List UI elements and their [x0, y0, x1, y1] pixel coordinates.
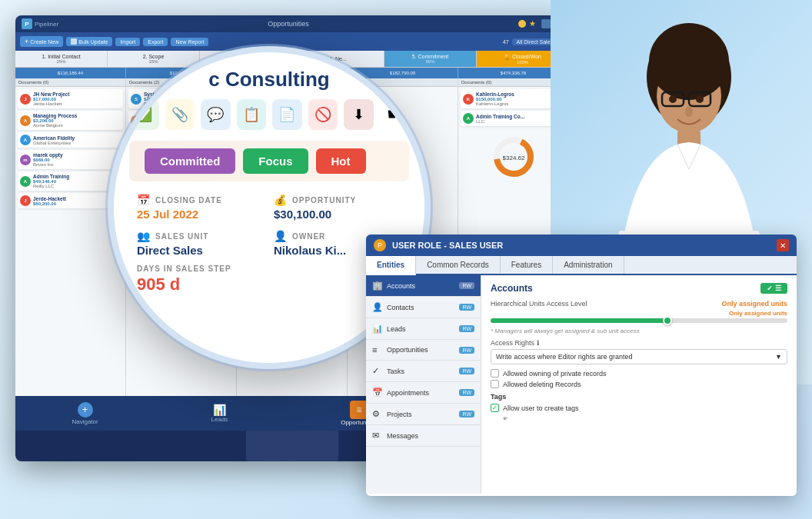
checkbox-group: Allowed owning of private records Allowe…	[491, 369, 787, 388]
spotlight-action-icons: ✅ 📎 💬 📋 📄 🚫 ⬇ ☛	[129, 99, 409, 130]
dialog-sidebar: 🏢 Accounts RW 👤 Contacts RW 📊 Leads RW ≡…	[366, 275, 481, 494]
sales-unit-item: 👥 SALES UNIT Direct Sales	[137, 230, 265, 257]
messages-sidebar-icon: ✉	[372, 431, 383, 441]
monitor-stand	[246, 431, 338, 461]
stage-scope[interactable]: 2. Scope 15%	[108, 51, 200, 67]
projects-badge: RW	[459, 411, 474, 418]
person-info-icon: 👤	[274, 230, 288, 242]
committed-tag[interactable]: Committed	[145, 148, 235, 174]
avatar: A	[20, 115, 31, 126]
doc-action-icon[interactable]: 📄	[272, 99, 302, 130]
tasks-badge: RW	[459, 368, 474, 374]
leads-icon: 📊	[211, 404, 228, 416]
search-icon[interactable]	[518, 20, 526, 28]
access-rights-dropdown[interactable]: Write access where Editor rights are gra…	[491, 349, 787, 364]
slider-track	[491, 318, 787, 323]
tab-features[interactable]: Features	[501, 256, 553, 274]
new-report-button[interactable]: New Report	[171, 38, 208, 46]
sidebar-item-accounts[interactable]: 🏢 Accounts RW	[366, 275, 481, 297]
managers-note: * Managers will always get assigned & su…	[491, 328, 787, 334]
donut-chart: $324.62	[491, 134, 537, 180]
deal-managing-process[interactable]: A Managing Process $3,206.00 Acme Belgiu…	[18, 111, 123, 130]
export-button[interactable]: Export	[143, 38, 168, 46]
tab-common-records[interactable]: Common Records	[416, 256, 501, 274]
calendar-info-icon: 📅	[137, 194, 151, 206]
access-level-value: Only assigned units	[721, 300, 787, 308]
projects-sidebar-icon: ⚙	[372, 409, 383, 419]
send-action-icon[interactable]: ⬇	[344, 99, 374, 130]
bulk-update-icon	[71, 38, 77, 45]
col-1-header: Documents (0)	[15, 78, 125, 87]
ban-action-icon[interactable]: 🚫	[308, 99, 338, 130]
tasks-sidebar-icon: ✓	[372, 366, 383, 376]
create-new-button[interactable]: + Create New	[20, 36, 63, 47]
import-button[interactable]: Import	[115, 38, 140, 46]
accounts-sidebar-icon: 🏢	[372, 281, 383, 291]
checkbox-private-box	[491, 369, 499, 378]
stage-initial-contact[interactable]: 1. Initial Contact 25%	[15, 51, 108, 67]
sidebar-item-appointments[interactable]: 📅 Appointments RW	[366, 382, 481, 404]
slider-thumb[interactable]	[663, 316, 672, 325]
stage-commitment[interactable]: 5. Commitment 90%	[384, 51, 477, 67]
app-logo: P Pipeliner	[22, 18, 58, 29]
deal-american-fidelity[interactable]: A American Fidelity Global Enterprises	[18, 132, 123, 148]
dialog-main-content: Accounts ✓ ☰ Hierarchical Units Access L…	[481, 275, 797, 494]
dialog-close-button[interactable]: ✕	[777, 239, 789, 251]
closing-date-value: 25 Jul 2022	[137, 208, 265, 221]
access-slider[interactable]	[491, 318, 787, 323]
dialog-tabs: Entities Common Records Features Adminis…	[366, 256, 797, 275]
tags-section: Tags ✓ Allow user to create tags ☛	[491, 393, 787, 422]
dialog-body: 🏢 Accounts RW 👤 Contacts RW 📊 Leads RW ≡…	[366, 275, 797, 494]
nav-navigator[interactable]: + Navigator	[72, 402, 98, 425]
sidebar-item-leads[interactable]: 📊 Leads RW	[366, 318, 481, 340]
logo-icon: P	[22, 18, 32, 29]
paperclip-action-icon[interactable]: 📎	[165, 99, 195, 130]
nav-leads[interactable]: 📊 Leads	[211, 404, 228, 423]
user-role-dialog: P USER ROLE - SALES USER ✕ Entities Comm…	[366, 235, 797, 496]
cursor-hint: ☛	[503, 415, 787, 422]
dialog-title: USER ROLE - SALES USER	[392, 241, 777, 250]
avatar: A	[463, 113, 474, 124]
amount-1: $116,186.44	[15, 68, 126, 78]
plus-icon: +	[78, 402, 93, 418]
chat-action-icon[interactable]: 💬	[201, 99, 231, 130]
days-value: 905 d	[137, 274, 401, 294]
section-toggle[interactable]: ✓ ☰	[760, 283, 787, 294]
access-level-label: Hierarchical Units Access Level Only ass…	[491, 300, 787, 308]
sidebar-item-projects[interactable]: ⚙ Projects RW	[366, 404, 481, 425]
deal-admin-training[interactable]: A Admin Training $49,146.40 Reilly LLC	[18, 171, 123, 191]
logo-text: Pipeliner	[35, 21, 58, 28]
access-level-assigned: Only assigned units	[729, 310, 787, 317]
opportunities-badge: RW	[459, 347, 474, 354]
allow-tags-checkbox[interactable]: ✓ Allow user to create tags	[491, 404, 787, 412]
money-info-icon: 💰	[274, 194, 288, 206]
sidebar-item-tasks[interactable]: ✓ Tasks RW	[366, 361, 481, 382]
avatar: J	[20, 195, 31, 206]
bell-icon[interactable]	[541, 19, 551, 28]
hot-tag[interactable]: Hot	[316, 148, 366, 174]
days-label: DAYS IN SALES STEP	[137, 264, 401, 273]
sales-unit-value: Direct Sales	[137, 244, 265, 257]
checkbox-private-records[interactable]: Allowed owning of private records	[491, 369, 787, 378]
deal-jh-new-project[interactable]: J JH New Project $17,000.00 Jerde-Hacket…	[18, 89, 123, 108]
dialog-titlebar: P USER ROLE - SALES USER ✕	[366, 235, 797, 256]
count-badge: 47	[503, 39, 509, 45]
tab-entities[interactable]: Entities	[366, 256, 416, 275]
calendar-action-icon[interactable]: 📋	[237, 99, 267, 130]
accounts-badge: RW	[459, 282, 474, 289]
tag-check-icon: ✓	[491, 404, 499, 412]
checkbox-delete-box	[491, 380, 499, 388]
checkbox-deleting[interactable]: Allowed deleting Records	[491, 380, 787, 388]
focus-tag[interactable]: Focus	[243, 148, 308, 174]
sidebar-item-messages[interactable]: ✉ Messages	[366, 425, 481, 447]
svg-point-5	[649, 23, 729, 100]
contacts-sidebar-icon: 👤	[372, 302, 383, 312]
tab-administration[interactable]: Administration	[553, 256, 624, 274]
star-icon[interactable]: ★	[529, 19, 538, 28]
bulk-update-button[interactable]: Bulk Update	[66, 37, 112, 46]
sidebar-item-opportunities[interactable]: ≡ Opportunities RW	[366, 340, 481, 361]
sidebar-item-contacts[interactable]: 👤 Contacts RW	[366, 297, 481, 318]
deal-marek[interactable]: m marek oppty $666.00 Briven Inc	[18, 150, 123, 169]
svg-point-10	[696, 95, 704, 103]
window-title: Opportunities	[63, 20, 514, 28]
